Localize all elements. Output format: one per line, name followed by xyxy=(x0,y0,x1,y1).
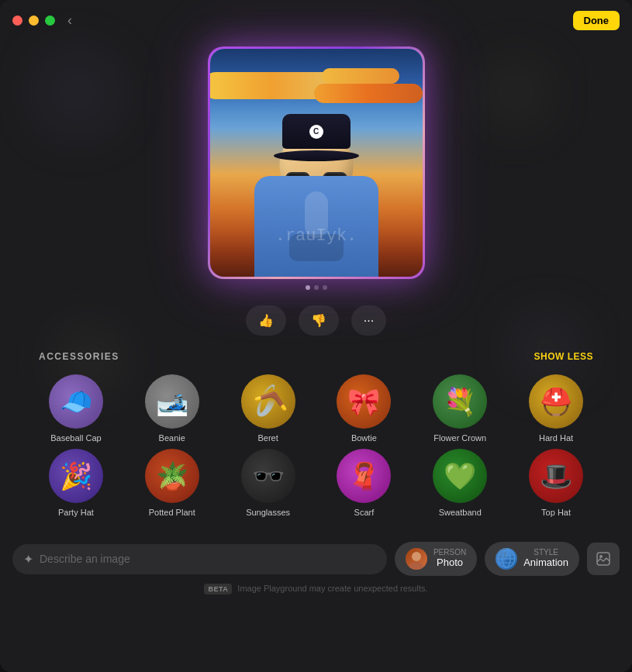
accessory-scarf[interactable]: 🧣 Scarf xyxy=(319,449,409,517)
hard-hat-icon: ⛑️ xyxy=(529,374,583,429)
style-button[interactable]: STYLE Animation xyxy=(485,542,579,576)
dot-2 xyxy=(314,285,319,290)
image-library-button[interactable] xyxy=(587,543,620,575)
sweatband-label: Sweatband xyxy=(439,508,482,517)
accessory-hard-hat[interactable]: ⛑️ Hard Hat xyxy=(511,374,601,443)
sweatband-icon: 💚 xyxy=(433,449,487,503)
style-label: Animation xyxy=(523,557,568,570)
app-window: ‹ Done C xyxy=(0,0,632,672)
person-button[interactable]: PERSON Photo xyxy=(395,542,477,576)
sunglasses-icon: 🕶️ xyxy=(241,449,295,503)
sparkle-icon: ✦ xyxy=(23,552,33,567)
avatar-frame: C xyxy=(208,47,425,279)
hat-logo: C xyxy=(309,125,323,139)
thumbsdown-icon: 👎 xyxy=(311,313,326,328)
minimize-button[interactable] xyxy=(29,16,39,26)
done-button[interactable]: Done xyxy=(573,11,620,30)
beanie-label: Beanie xyxy=(159,433,185,443)
beret-icon: 🪃 xyxy=(241,374,295,429)
style-pill-text: STYLE Animation xyxy=(523,549,568,570)
svg-point-0 xyxy=(412,552,421,561)
avatar-inner: C xyxy=(210,49,423,277)
scarf-icon: 🧣 xyxy=(337,449,391,503)
action-bar: 👍 👎 ··· xyxy=(0,305,632,336)
close-button[interactable] xyxy=(12,16,22,26)
accessory-bowtie[interactable]: 🎀 Bowtie xyxy=(319,374,409,443)
accessory-sweatband[interactable]: 💚 Sweatband xyxy=(415,449,505,517)
flower-crown-label: Flower Crown xyxy=(433,433,486,443)
show-less-button[interactable]: SHOW LESS xyxy=(534,351,593,362)
thumbsup-icon: 👍 xyxy=(258,313,274,328)
dot-3 xyxy=(323,285,327,290)
svg-point-1 xyxy=(409,562,423,570)
accessory-sunglasses[interactable]: 🕶️ Sunglasses xyxy=(223,449,313,517)
beta-notice: BETA Image Playground may create unexpec… xyxy=(0,584,632,601)
accessory-baseball-cap[interactable]: 🧢 Baseball Cap xyxy=(31,374,121,443)
bowtie-icon: 🎀 xyxy=(337,374,391,429)
potted-plant-icon: 🪴 xyxy=(145,449,199,503)
scarf-label: Scarf xyxy=(354,508,375,517)
hoodie-stripe xyxy=(305,191,328,238)
avatar-hat: C xyxy=(274,115,359,161)
top-hat-icon: 🎩 xyxy=(529,449,583,503)
hat-brim xyxy=(274,150,359,161)
more-icon: ··· xyxy=(364,314,374,328)
baseball-cap-label: Baseball Cap xyxy=(50,433,101,443)
thumbs-down-button[interactable]: 👎 xyxy=(299,305,339,336)
bottom-bar: ✦ Describe an image PERSON Photo xyxy=(0,534,632,584)
accessory-party-hat[interactable]: 🎉 Party Hat xyxy=(31,449,121,517)
accessory-potted-plant[interactable]: 🪴 Potted Plant xyxy=(127,449,217,517)
maximize-button[interactable] xyxy=(45,16,55,26)
person-avatar xyxy=(406,548,427,570)
accessory-beret[interactable]: 🪃 Beret xyxy=(223,374,313,443)
dot-1 xyxy=(306,285,310,290)
sunglasses-label: Sunglasses xyxy=(246,508,290,517)
back-button[interactable]: ‹ xyxy=(67,12,72,29)
top-hat-label: Top Hat xyxy=(541,508,571,517)
page-indicators xyxy=(0,285,632,290)
person-label: Photo xyxy=(433,557,466,570)
beta-text: Image Playground may create unexpected r… xyxy=(237,584,427,593)
section-header: ACCESSORIES SHOW LESS xyxy=(0,351,632,362)
text-input-area[interactable]: ✦ Describe an image xyxy=(12,544,387,574)
avatar-container: C xyxy=(0,47,632,279)
cloud-2 xyxy=(314,84,423,103)
cloud-3 xyxy=(322,68,399,84)
bowtie-label: Bowtie xyxy=(351,433,377,443)
accessory-top-hat[interactable]: 🎩 Top Hat xyxy=(511,449,601,517)
potted-plant-label: Potted Plant xyxy=(149,508,195,517)
flower-crown-icon: 💐 xyxy=(433,374,487,429)
input-placeholder: Describe an image xyxy=(40,553,130,565)
hard-hat-label: Hard Hat xyxy=(539,433,573,443)
hat-crown: C xyxy=(282,114,351,149)
hoodie-pocket xyxy=(289,234,344,261)
accessory-flower-crown[interactable]: 💐 Flower Crown xyxy=(415,374,505,443)
thumbs-up-button[interactable]: 👍 xyxy=(246,305,286,336)
beanie-icon: 🎿 xyxy=(145,374,199,429)
baseball-cap-icon: 🧢 xyxy=(49,374,103,429)
style-globe-icon xyxy=(496,548,517,570)
accessory-beanie[interactable]: 🎿 Beanie xyxy=(127,374,217,443)
style-label-top: STYLE xyxy=(523,549,568,557)
person-pill-text: PERSON Photo xyxy=(433,549,466,570)
svg-point-8 xyxy=(599,555,603,558)
party-hat-label: Party Hat xyxy=(58,508,94,517)
avatar-person: C xyxy=(239,106,394,277)
window-controls: ‹ xyxy=(12,12,72,29)
accessories-title: ACCESSORIES xyxy=(39,351,119,362)
traffic-lights xyxy=(12,16,55,26)
party-hat-icon: 🎉 xyxy=(49,449,103,503)
person-label-top: PERSON xyxy=(433,549,466,557)
title-bar: ‹ Done xyxy=(0,0,632,41)
accessories-grid: 🧢 Baseball Cap 🎿 Beanie 🪃 Beret 🎀 Bowtie… xyxy=(0,367,632,525)
beret-label: Beret xyxy=(257,433,278,443)
beta-badge: BETA xyxy=(204,584,232,594)
more-options-button[interactable]: ··· xyxy=(351,305,386,336)
avatar-body xyxy=(254,176,378,277)
